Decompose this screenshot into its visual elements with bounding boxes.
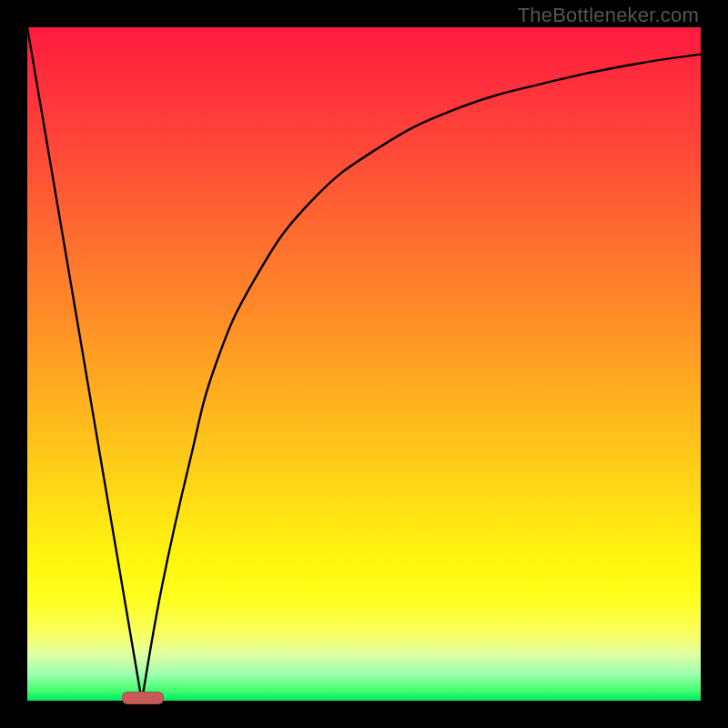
bottleneck-curve xyxy=(27,27,701,701)
curve-layer xyxy=(27,27,701,701)
optimal-marker xyxy=(122,692,164,704)
chart-frame: TheBottleneker.com xyxy=(0,0,728,728)
watermark-text: TheBottleneker.com xyxy=(518,4,699,27)
plot-area xyxy=(27,27,701,701)
